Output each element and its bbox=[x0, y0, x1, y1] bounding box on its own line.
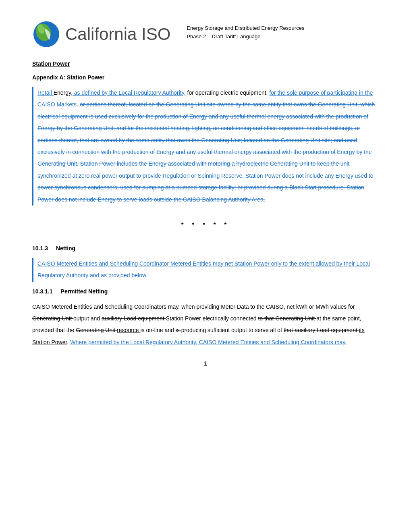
section-1013-label: Netting bbox=[56, 245, 75, 251]
p1031-17: Where permitted by the Local Regulatory … bbox=[70, 339, 347, 345]
section-1013-num: 10.1.3 bbox=[32, 245, 48, 251]
p1031-7: to that Generating Unit bbox=[258, 315, 316, 322]
p1031-14: that auxiliary Load equipment bbox=[284, 327, 359, 333]
p1031-13: producing sufficient output to serve all… bbox=[181, 327, 284, 333]
body-paragraph: Retail Energy, as defined by the Local R… bbox=[32, 87, 379, 206]
body-strikethrough: or portions thereof, located on the Gene… bbox=[37, 101, 375, 202]
section-title: Station Power bbox=[32, 60, 379, 67]
page-number: 1 bbox=[32, 360, 379, 367]
section-1013-title: 10.1.3Netting bbox=[32, 245, 379, 251]
p1031-6: electrically connected bbox=[203, 315, 258, 322]
header-subtitle: Energy Storage and Distributed Energy Re… bbox=[187, 20, 304, 41]
p1031-12: is bbox=[176, 327, 181, 333]
p1031-5: Station Power bbox=[166, 315, 203, 322]
logo-area: California ISO bbox=[32, 20, 170, 48]
p1031-1: CAISO Metered Entities and Scheduling Co… bbox=[32, 303, 355, 310]
page: California ISO Energy Storage and Distri… bbox=[0, 0, 411, 532]
subtitle-line2: Phase 2 – Draft Tariff Language bbox=[187, 33, 304, 41]
caiso-logo-icon bbox=[32, 20, 60, 48]
subtitle-line1: Energy Storage and Distributed Energy Re… bbox=[187, 24, 304, 33]
section-1031-title: 10.3.1.1Permitted Netting bbox=[32, 288, 379, 295]
p1031-4: auxiliary Load equipment bbox=[102, 315, 166, 322]
netting-blue-text: CAISO Metered Entities and Scheduling Co… bbox=[37, 258, 379, 282]
divider-stars: * * * * * bbox=[32, 222, 379, 229]
section-1031-label: Permitted Netting bbox=[61, 288, 108, 295]
section-1031-paragraph: CAISO Metered Entities and Scheduling Co… bbox=[32, 301, 379, 349]
body-energy: Energy bbox=[54, 89, 71, 96]
p1031-16: . bbox=[67, 339, 70, 345]
p1031-11: is on-line and bbox=[141, 327, 176, 333]
body-defined: , as defined by the Local Regulatory Aut… bbox=[71, 89, 186, 96]
p1031-9: Generating Unit bbox=[76, 327, 117, 333]
body-for-operating: for operating electric equipment, bbox=[186, 89, 270, 96]
appendix-title: Appendix A: Station Power bbox=[32, 74, 379, 81]
p1031-3: output and bbox=[73, 315, 102, 322]
p1031-10: resource bbox=[117, 327, 140, 333]
p1031-2: Generating Unit bbox=[32, 315, 73, 322]
logo-text: California ISO bbox=[65, 25, 170, 44]
header: California ISO Energy Storage and Distri… bbox=[32, 20, 379, 48]
body-retail: Retail bbox=[37, 89, 54, 96]
section-1031-num: 10.3.1.1 bbox=[32, 288, 53, 295]
netting-blue-block: CAISO Metered Entities and Scheduling Co… bbox=[32, 258, 379, 282]
